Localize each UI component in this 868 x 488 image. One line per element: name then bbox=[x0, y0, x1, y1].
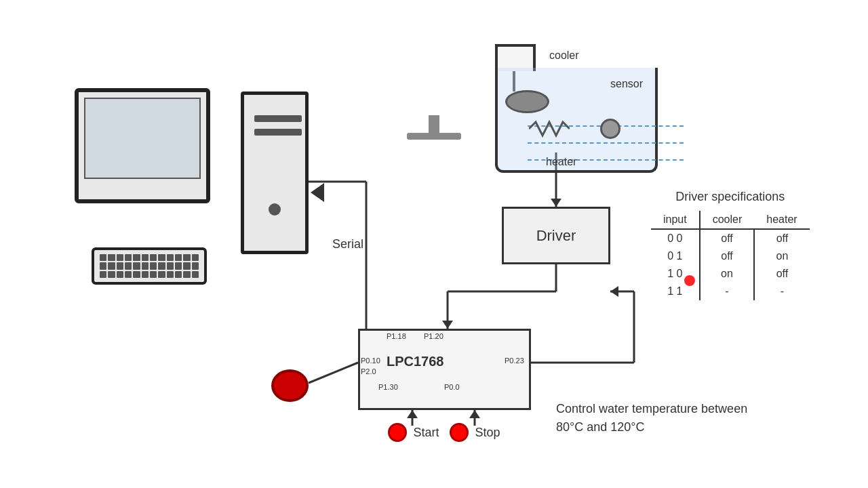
sensor-element bbox=[600, 119, 620, 139]
svg-marker-4 bbox=[551, 199, 561, 207]
heater-symbol bbox=[529, 119, 570, 139]
tower-slot-2 bbox=[254, 129, 302, 136]
pin-p118: P1.18 bbox=[387, 332, 406, 340]
stop-button[interactable]: Stop bbox=[450, 423, 500, 442]
cell-heater-00: off bbox=[754, 229, 809, 247]
pc-tower bbox=[241, 92, 309, 254]
spec-table: input cooler heater 0 0 off off 0 1 off … bbox=[651, 211, 810, 300]
spec-title: Driver specifications bbox=[651, 190, 810, 204]
tower-power-button bbox=[269, 203, 281, 216]
pin-p20: P2.0 bbox=[361, 367, 376, 375]
svg-line-17 bbox=[309, 363, 358, 383]
table-row: 1 0 on off bbox=[651, 265, 810, 283]
cell-input-00: 0 0 bbox=[651, 229, 700, 247]
cell-input-01: 0 1 bbox=[651, 247, 700, 265]
cell-heater-11: - bbox=[754, 283, 809, 300]
driver-spec-table: Driver specifications input cooler heate… bbox=[651, 190, 810, 300]
cooler-element bbox=[505, 90, 549, 113]
driver-label: Driver bbox=[536, 227, 576, 245]
lpc-box bbox=[358, 329, 531, 410]
monitor-screen bbox=[84, 98, 201, 179]
serial-label: Serial bbox=[332, 237, 363, 251]
svg-marker-12 bbox=[610, 286, 618, 297]
monitor bbox=[75, 88, 210, 203]
svg-marker-14 bbox=[407, 410, 418, 418]
stop-led bbox=[450, 423, 469, 442]
svg-marker-8 bbox=[442, 321, 453, 329]
pin-p130: P1.30 bbox=[378, 383, 398, 391]
control-text-line1: Control water temperature between bbox=[556, 400, 747, 418]
col-cooler: cooler bbox=[700, 211, 755, 229]
cell-cooler-10: on bbox=[700, 265, 755, 283]
monitor-stand-base bbox=[407, 133, 461, 140]
control-text: Control water temperature between 80°C a… bbox=[556, 400, 747, 436]
lpc-label: LPC1768 bbox=[387, 354, 444, 369]
monitor-stand-neck bbox=[429, 115, 439, 134]
tower-slot-1 bbox=[254, 115, 302, 122]
pin-p120: P1.20 bbox=[424, 332, 443, 340]
cell-cooler-11: - bbox=[700, 283, 755, 300]
control-text-line2: 80°C and 120°C bbox=[556, 418, 747, 436]
serial-arrow bbox=[311, 183, 324, 202]
pin-p00: P0.0 bbox=[444, 383, 460, 391]
table-row: 0 0 off off bbox=[651, 229, 810, 247]
start-button[interactable]: Start bbox=[388, 423, 439, 442]
pin-p023: P0.23 bbox=[505, 357, 524, 365]
water-tank: cooler sensor heater bbox=[468, 44, 665, 180]
col-heater: heater bbox=[754, 211, 809, 229]
led-red bbox=[271, 369, 309, 402]
table-row: 0 1 off on bbox=[651, 247, 810, 265]
start-label: Start bbox=[413, 426, 439, 439]
col-input: input bbox=[651, 211, 700, 229]
highlight-dot bbox=[684, 275, 695, 286]
table-row: 1 1 - - bbox=[651, 283, 810, 300]
sensor-label: sensor bbox=[610, 78, 643, 90]
cell-cooler-00: off bbox=[700, 229, 755, 247]
pin-p010: P0.10 bbox=[361, 357, 380, 365]
stop-label: Stop bbox=[475, 426, 500, 439]
keyboard bbox=[92, 247, 207, 285]
svg-marker-16 bbox=[469, 410, 480, 418]
driver-box: Driver bbox=[502, 207, 610, 264]
cell-cooler-01: off bbox=[700, 247, 755, 265]
start-led bbox=[388, 423, 407, 442]
water-line-2 bbox=[528, 142, 684, 144]
cooler-label: cooler bbox=[549, 49, 579, 62]
cell-heater-01: on bbox=[754, 247, 809, 265]
cell-heater-10: off bbox=[754, 265, 809, 283]
cooler-inlet bbox=[495, 44, 536, 71]
heater-label: heater bbox=[546, 156, 576, 168]
